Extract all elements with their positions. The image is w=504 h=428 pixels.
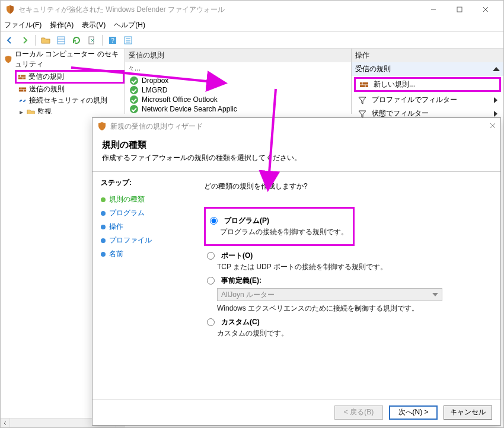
wizard-footer: < 戻る(B) 次へ(N) > キャンセル	[92, 399, 500, 425]
wizard-heading: 規則の種類	[102, 139, 491, 151]
wizard-cancel-button[interactable]: キャンセル	[444, 405, 492, 420]
menu-help[interactable]: ヘルプ(H)	[114, 20, 145, 30]
option-custom-desc: カスタムの規則です。	[217, 328, 490, 338]
allow-icon	[130, 76, 138, 85]
svg-text:?: ?	[111, 37, 114, 44]
actions-pane: 操作 受信の規則 新しい規則... プロファイルでフィルター 状態でフィルター	[352, 49, 503, 114]
folder-icon[interactable]	[39, 34, 52, 47]
brick-icon	[18, 85, 27, 94]
details-icon[interactable]	[55, 34, 68, 47]
collapse-icon	[493, 67, 500, 71]
wizard-back-button[interactable]: < 戻る(B)	[334, 405, 383, 420]
rules-list-pane: 受信の規則 々... Dropbox LMGRD Microsoft Offic…	[125, 49, 352, 114]
new-inbound-rule-wizard: 新規の受信の規則ウィザード 規則の種類 作成するファイアウォールの規則の種類を選…	[92, 117, 501, 426]
option-custom-radio[interactable]	[207, 318, 215, 326]
tree-root-label: ローカル コンピューター のセキュリティ	[15, 49, 121, 69]
tree-inbound-rules[interactable]: 受信の規則	[15, 70, 125, 84]
option-predefined-desc: Windows エクスペリエンスのために接続を制御する規則です。	[217, 304, 490, 314]
wizard-step-kind[interactable]: 規則の種類	[101, 193, 185, 206]
allow-icon	[130, 86, 138, 94]
wizard-step-name[interactable]: 名前	[101, 247, 185, 261]
rule-name: Network Device Search Applic	[142, 105, 237, 113]
menu-view[interactable]: 表示(V)	[82, 20, 106, 30]
list-icon[interactable]	[122, 34, 135, 47]
rule-row[interactable]: Dropbox	[127, 76, 349, 85]
rule-name: Microsoft Office Outlook	[142, 95, 218, 104]
bullet-icon	[101, 238, 106, 243]
shield-icon	[5, 5, 15, 14]
svg-rect-2	[89, 37, 94, 44]
tree-connsec-label: 接続セキュリティの規則	[29, 95, 107, 106]
action-filter-profile-label: プロファイルでフィルター	[372, 95, 457, 105]
option-program-label: プログラム(P)	[224, 216, 269, 225]
help-icon[interactable]: ?	[106, 34, 119, 47]
tree-root[interactable]: ローカル コンピューター のセキュリティ	[1, 49, 125, 70]
wizard-question: どの種類の規則を作成しますか?	[204, 181, 490, 191]
rule-row[interactable]: Microsoft Office Outlook	[127, 95, 349, 104]
action-new-rule[interactable]: 新しい規則...	[354, 77, 501, 92]
shield-icon	[4, 55, 12, 63]
wizard-steps-list: ステップ: 規則の種類 プログラム 操作 プロファイル 名前	[92, 172, 193, 399]
action-filter-profile[interactable]: プロファイルでフィルター	[352, 93, 503, 107]
action-new-rule-label: 新しい規則...	[374, 79, 415, 90]
tree-monitoring[interactable]: ▸ 監視	[15, 106, 125, 114]
wizard-content: どの種類の規則を作成しますか? プログラム(P) プログラムの接続を制御する規則…	[193, 172, 500, 399]
toolbar: ?	[1, 32, 503, 49]
brick-icon	[359, 80, 369, 90]
rules-column-overflow: 々...	[125, 62, 351, 75]
close-button[interactable]	[473, 1, 499, 18]
wizard-step-action[interactable]: 操作	[101, 220, 185, 234]
scope-tree-pane: ローカル コンピューター のセキュリティ 受信の規則 送信の規則 接続セキュリテ…	[1, 49, 125, 114]
rules-pane-header: 受信の規則	[125, 49, 351, 62]
chevron-down-icon	[432, 293, 438, 296]
option-program-radio[interactable]	[210, 217, 218, 225]
option-port-label: ポート(O)	[221, 251, 253, 260]
expand-icon[interactable]: ▸	[18, 108, 24, 114]
option-port-radio[interactable]	[207, 252, 215, 260]
tree-monitor-label: 監視	[37, 107, 52, 114]
window-buttons	[420, 1, 499, 18]
forward-icon[interactable]	[18, 34, 31, 47]
option-custom-label: カスタム(C)	[221, 318, 260, 326]
rule-name: LMGRD	[142, 86, 167, 94]
predefined-combo[interactable]: AllJoyn ルーター	[217, 288, 442, 301]
scroll-left-icon[interactable]	[1, 419, 10, 427]
svg-rect-0	[457, 7, 462, 12]
submenu-icon	[494, 97, 497, 103]
svg-rect-1	[58, 37, 65, 44]
main-titlebar: セキュリティが強化された Windows Defender ファイアウォール	[1, 1, 503, 18]
rule-row[interactable]: LMGRD	[127, 85, 349, 95]
maximize-button[interactable]	[446, 1, 473, 18]
menubar: ファイル(F) 操作(A) 表示(V) ヘルプ(H)	[1, 18, 503, 31]
option-predefined-label: 事前定義(E):	[221, 276, 261, 285]
back-icon[interactable]	[3, 34, 16, 47]
allow-icon	[130, 95, 138, 104]
predefined-selected: AllJoyn ルーター	[221, 290, 432, 300]
rule-name: Dropbox	[142, 76, 168, 85]
wizard-step-program[interactable]: プログラム	[101, 206, 185, 220]
tree-conn-security[interactable]: 接続セキュリティの規則	[15, 95, 125, 106]
option-port-desc: TCP または UDP ポートの接続を制御する規則です。	[217, 262, 490, 272]
bullet-icon	[101, 252, 106, 257]
refresh-icon[interactable]	[70, 34, 83, 47]
actions-section-label: 受信の規則	[355, 64, 391, 74]
wizard-header: 規則の種類 作成するファイアウォールの規則の種類を選択してください。	[92, 135, 500, 171]
filter-icon	[358, 95, 367, 105]
rule-row[interactable]: Network Device Search Applic	[127, 104, 349, 114]
wizard-steps-title: ステップ:	[101, 178, 185, 188]
tree-outbound-rules[interactable]: 送信の規則	[15, 84, 125, 95]
wizard-step-profile[interactable]: プロファイル	[101, 234, 185, 247]
minimize-button[interactable]	[420, 1, 446, 18]
actions-section-header[interactable]: 受信の規則	[352, 62, 503, 76]
export-icon[interactable]	[85, 34, 98, 47]
wizard-subheading: 作成するファイアウォールの規則の種類を選択してください。	[102, 153, 491, 163]
wizard-next-button[interactable]: 次へ(N) >	[389, 405, 438, 420]
link-icon	[18, 97, 27, 105]
wizard-close-button[interactable]	[490, 122, 496, 130]
menu-action[interactable]: 操作(A)	[50, 20, 74, 30]
bullet-icon	[101, 197, 106, 202]
menu-file[interactable]: ファイル(F)	[4, 20, 42, 30]
option-predefined-radio[interactable]	[207, 277, 215, 285]
bullet-icon	[101, 225, 106, 229]
main-panes: ローカル コンピューター のセキュリティ 受信の規則 送信の規則 接続セキュリテ…	[1, 49, 503, 114]
